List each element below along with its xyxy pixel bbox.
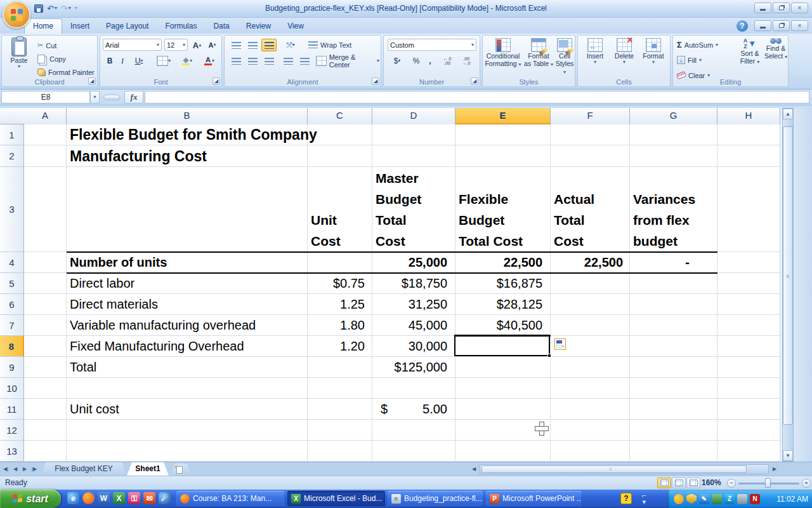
- tab-review[interactable]: Review: [238, 19, 279, 34]
- tab-data[interactable]: Data: [205, 19, 237, 34]
- col-header-E[interactable]: E: [455, 108, 551, 124]
- format-painter-button[interactable]: Format Painter: [36, 66, 96, 78]
- cell-D7[interactable]: 45,000: [372, 315, 455, 336]
- help-tray-icon[interactable]: ?: [620, 493, 632, 504]
- firefox-icon[interactable]: [82, 492, 95, 504]
- format-as-table-button[interactable]: Format as Table ▾: [523, 38, 554, 67]
- row-header-13[interactable]: 13: [0, 441, 24, 462]
- cell-B2[interactable]: Manufacturing Cost: [67, 145, 308, 167]
- tray-green-icon[interactable]: [712, 494, 722, 504]
- row-header-10[interactable]: 10: [0, 378, 24, 399]
- scroll-down-button[interactable]: ▼: [783, 450, 793, 461]
- cell-E6[interactable]: $28,125: [455, 294, 551, 315]
- cell-E3[interactable]: FlexibleBudgetTotal Cost: [455, 167, 551, 252]
- bold-button[interactable]: B: [104, 55, 115, 67]
- cell-D11[interactable]: $5.00: [372, 399, 455, 420]
- help-icon[interactable]: ?: [737, 20, 748, 32]
- horizontal-scrollbar[interactable]: [480, 464, 769, 474]
- tray-clock-icon[interactable]: [674, 494, 684, 504]
- cell-styles-button[interactable]: Cell Styles ▾: [554, 38, 575, 75]
- col-header-F[interactable]: F: [551, 108, 630, 124]
- paste-options-smart-tag[interactable]: +: [554, 338, 566, 350]
- comma-format-button[interactable]: ,: [424, 55, 436, 67]
- row-header-2[interactable]: 2: [0, 145, 24, 167]
- hidden-icons-chevron[interactable]: ⌐▾: [642, 492, 646, 505]
- excel-icon[interactable]: X: [113, 492, 125, 504]
- dialog-launcher-icon[interactable]: ◢: [88, 77, 96, 85]
- messenger-icon[interactable]: ☄: [159, 492, 171, 504]
- sort-filter-button[interactable]: AZ ▼ Sort & Filter ▾: [737, 38, 763, 65]
- minimize-button[interactable]: [754, 3, 771, 13]
- cell-B1[interactable]: Flexible Budget for Smith Company: [67, 124, 308, 145]
- decrease-font-button[interactable]: A▾: [205, 39, 219, 51]
- zoom-in-button[interactable]: +: [802, 479, 811, 488]
- active-cell-selection[interactable]: [454, 335, 550, 356]
- next-sheet-button[interactable]: ▶: [20, 464, 29, 474]
- internet-explorer-icon[interactable]: e: [67, 492, 79, 504]
- cell-G3[interactable]: Variancesfrom flexbudget: [630, 167, 717, 252]
- previous-sheet-button[interactable]: ◀: [11, 464, 20, 474]
- formula-bar-gripper[interactable]: [103, 95, 120, 100]
- office-button[interactable]: [3, 1, 30, 29]
- col-header-D[interactable]: D: [372, 108, 455, 124]
- task-excel[interactable]: X Microsoft Excel - Bud...: [287, 491, 385, 506]
- task-powerpoint[interactable]: P Microsoft PowerPoint ...: [486, 491, 581, 506]
- word-icon[interactable]: W: [98, 492, 110, 504]
- row-header-8[interactable]: 8: [0, 336, 24, 357]
- cell-E4[interactable]: 22,500: [455, 252, 551, 273]
- align-bottom-button[interactable]: [261, 39, 277, 51]
- insert-function-button[interactable]: fx: [124, 91, 143, 104]
- row-header-4[interactable]: 4: [0, 252, 24, 273]
- dialog-launcher-icon[interactable]: ◢: [213, 77, 220, 85]
- row-header-6[interactable]: 6: [0, 294, 24, 315]
- dialog-launcher-icon[interactable]: ◢: [372, 77, 379, 85]
- workbook-restore-button[interactable]: [773, 20, 790, 31]
- align-middle-button[interactable]: [245, 39, 260, 51]
- cell-D8[interactable]: 30,000: [372, 336, 455, 357]
- row-header-5[interactable]: 5: [0, 273, 24, 294]
- page-break-view-button[interactable]: [686, 478, 700, 488]
- row-header-12[interactable]: 12: [0, 420, 24, 441]
- dialog-launcher-icon[interactable]: ◢: [471, 77, 478, 85]
- orientation-button[interactable]: ⤧▾: [280, 39, 301, 51]
- zoom-out-button[interactable]: −: [727, 479, 736, 488]
- wrap-text-button[interactable]: Wrap Text: [307, 39, 353, 51]
- decrease-indent-button[interactable]: [280, 55, 296, 67]
- col-header-C[interactable]: C: [308, 108, 372, 124]
- delete-cells-button[interactable]: ✕ Delete ▾: [611, 38, 638, 65]
- increase-indent-button[interactable]: [297, 55, 312, 67]
- name-box[interactable]: E8: [1, 91, 90, 104]
- cell-B5[interactable]: Direct labor: [67, 273, 308, 294]
- cell-F3[interactable]: ActualTotalCost: [551, 167, 630, 252]
- start-button[interactable]: start: [0, 490, 61, 508]
- task-course-ba213[interactable]: Course: BA 213: Man...: [176, 491, 284, 506]
- restore-button[interactable]: [773, 3, 790, 13]
- keys-icon[interactable]: ⚿: [128, 492, 140, 504]
- borders-button[interactable]: ▾: [154, 55, 174, 67]
- copy-button[interactable]: Copy: [36, 53, 67, 65]
- workbook-close-button[interactable]: ×: [791, 20, 808, 31]
- row-header-3[interactable]: 3: [0, 167, 24, 252]
- name-box-dropdown[interactable]: ▾: [90, 91, 100, 104]
- align-center-button[interactable]: [245, 55, 260, 67]
- cell-D4[interactable]: 25,000: [372, 252, 455, 273]
- merge-center-button[interactable]: Merge & Center▾: [315, 55, 381, 67]
- page-layout-view-button[interactable]: [672, 478, 686, 488]
- col-header-A[interactable]: A: [24, 108, 67, 124]
- increase-decimal-button[interactable]: ←.0.00: [438, 55, 456, 67]
- col-header-B[interactable]: B: [67, 108, 308, 124]
- cell-F4[interactable]: 22,500: [551, 252, 630, 273]
- insert-cells-button[interactable]: ← Insert ▾: [582, 38, 608, 65]
- vertical-scrollbar[interactable]: ▲ ▼: [782, 108, 794, 462]
- horizontal-scroll-thumb[interactable]: [481, 465, 747, 473]
- paste-button[interactable]: Paste ▾: [4, 37, 34, 69]
- zoom-slider-thumb[interactable]: [765, 478, 771, 488]
- align-top-button[interactable]: [228, 39, 244, 51]
- find-select-button[interactable]: Find & Select ▾: [763, 38, 789, 60]
- font-size-combo[interactable]: 12▾: [164, 39, 188, 51]
- normal-view-button[interactable]: [657, 478, 671, 488]
- scroll-up-button[interactable]: ▲: [783, 109, 793, 119]
- align-left-button[interactable]: [228, 55, 244, 67]
- decrease-decimal-button[interactable]: .00→.0: [457, 55, 475, 67]
- zoom-level[interactable]: 160%: [702, 478, 721, 487]
